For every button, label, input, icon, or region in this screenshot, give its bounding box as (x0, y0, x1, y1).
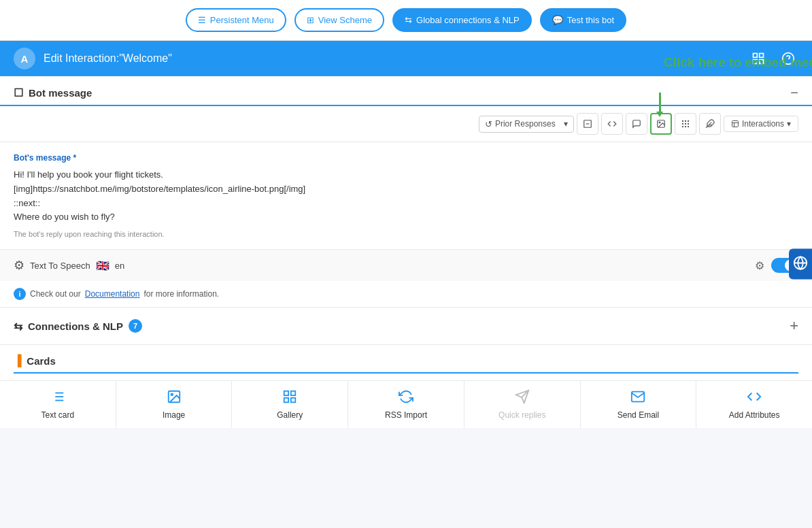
chevron-down-icon: ▾ (564, 119, 568, 129)
svg-rect-34 (284, 398, 288, 402)
bot-message-hint: The bot's reply upon reaching this inter… (14, 230, 798, 238)
text-card-item[interactable]: Text card (0, 381, 116, 428)
persistent-menu-btn[interactable]: ☰ Persistent Menu (186, 8, 286, 32)
send-email-icon (630, 389, 645, 408)
add-connection-btn[interactable]: + (790, 317, 798, 335)
svg-point-16 (682, 127, 683, 127)
global-connections-btn[interactable]: ⇆ Global connections & NLP (392, 8, 532, 32)
header-right (748, 48, 798, 69)
svg-point-14 (685, 123, 686, 124)
quick-replies-label: Quick replies (498, 410, 545, 420)
comment-btn[interactable] (626, 113, 647, 135)
tts-settings-icon[interactable]: ⚙ (755, 259, 764, 272)
svg-point-18 (688, 127, 688, 127)
persistent-menu-label: Persistent Menu (210, 15, 274, 25)
text-card-label: Text card (41, 410, 75, 420)
embed-media-btn[interactable] (650, 113, 672, 135)
svg-rect-2 (754, 60, 758, 64)
grid-options-btn[interactable] (675, 113, 696, 135)
rss-icon (399, 389, 413, 408)
cards-section: ▐ Cards (0, 345, 812, 380)
svg-rect-35 (291, 398, 295, 402)
bottom-cards-toolbar: Text card Image Gallery RSS Import Quick (0, 380, 812, 428)
rss-import-label: RSS Import (385, 410, 427, 420)
help-icon-btn[interactable] (778, 48, 798, 69)
svg-rect-21 (732, 121, 738, 127)
bot-message-close-btn[interactable]: − (790, 86, 798, 105)
top-toolbar: ☰ Persistent Menu ⊞ View Scheme ⇆ Global… (0, 0, 812, 41)
view-scheme-btn[interactable]: ⊞ View Scheme (294, 8, 384, 32)
doc-info-text: Check out our (30, 289, 81, 299)
tts-row: ⚙ Text To Speech 🇬🇧 en ⚙ (0, 250, 812, 281)
image-icon (167, 389, 182, 408)
send-email-item[interactable]: Send Email (581, 381, 697, 428)
tts-gear-icon: ⚙ (14, 258, 24, 273)
svg-rect-33 (291, 391, 295, 395)
tts-label: Text To Speech (30, 261, 90, 271)
chevron-down-icon2: ▾ (787, 119, 791, 129)
bot-message-text[interactable]: Hi! I'll help you book your flight ticke… (14, 168, 798, 225)
connections-count-badge: 7 (129, 319, 142, 333)
main-content: ☐ Bot message − ↺ Prior Responses ▾ Clic (0, 76, 812, 428)
gallery-label: Gallery (277, 410, 303, 420)
add-attributes-icon (747, 389, 762, 408)
grid-icon: ⊞ (307, 15, 314, 25)
svg-point-17 (685, 127, 686, 127)
quick-replies-item: Quick replies (464, 381, 581, 428)
tts-left: ⚙ Text To Speech 🇬🇧 en (14, 258, 124, 273)
svg-rect-0 (754, 54, 758, 58)
doc-info-after: for more information. (143, 289, 219, 299)
rss-import-item[interactable]: RSS Import (348, 381, 464, 428)
doc-info-row: i Check out our Documentation for more i… (0, 281, 812, 308)
svg-rect-3 (760, 60, 764, 64)
interactions-btn[interactable]: Interactions ▾ (724, 116, 798, 132)
image-item[interactable]: Image (116, 381, 233, 428)
message-icon: ☐ (14, 86, 23, 99)
bot-message-title: ☐ Bot message (14, 86, 92, 105)
chat-icon: 💬 (552, 15, 563, 25)
link-connections-icon: ⇆ (14, 320, 22, 333)
test-bot-label: Test this bot (567, 15, 614, 25)
svg-rect-1 (760, 54, 764, 58)
view-scheme-label: View Scheme (318, 15, 372, 25)
connections-section: ⇆ Connections & NLP 7 + (0, 308, 812, 345)
svg-point-13 (682, 123, 683, 124)
prior-responses-select[interactable]: ↺ Prior Responses ▾ (479, 116, 574, 133)
cards-icon: ▐ (14, 354, 21, 367)
global-connections-label: Global connections & NLP (416, 15, 520, 25)
minimize-btn[interactable] (577, 113, 598, 135)
bot-message-section-header: ☐ Bot message − (0, 76, 812, 106)
code-btn[interactable] (601, 113, 623, 135)
menu-icon: ☰ (198, 15, 206, 25)
media-btn-area: Click here to embed media (650, 113, 672, 135)
test-bot-btn[interactable]: 💬 Test this bot (540, 8, 626, 32)
editor-toolbar: ↺ Prior Responses ▾ Click here to embed … (0, 106, 812, 142)
layout-icon-btn[interactable] (748, 48, 768, 69)
info-icon: i (14, 288, 26, 300)
plugin-btn[interactable] (699, 113, 721, 135)
flag-uk-icon: 🇬🇧 (96, 259, 109, 272)
cards-title: ▐ Cards (14, 354, 798, 374)
gallery-icon (282, 389, 297, 408)
documentation-link[interactable]: Documentation (85, 289, 140, 299)
header-left: A Edit Interaction:"Welcome" (14, 48, 172, 69)
quick-replies-icon (515, 389, 530, 408)
header-bar: A Edit Interaction:"Welcome" (0, 41, 812, 76)
link-icon: ⇆ (405, 15, 412, 25)
globe-btn[interactable] (789, 249, 812, 280)
add-attributes-label: Add Attributes (729, 410, 780, 420)
gallery-item[interactable]: Gallery (232, 381, 348, 428)
svg-point-11 (685, 120, 686, 121)
svg-point-9 (659, 122, 660, 123)
image-label: Image (163, 410, 185, 420)
restore-icon: ↺ (485, 119, 492, 129)
svg-point-15 (688, 123, 688, 124)
text-card-icon (50, 389, 65, 408)
tts-lang: en (115, 261, 124, 271)
add-attributes-item[interactable]: Add Attributes (696, 381, 812, 428)
connections-title: ⇆ Connections & NLP 7 (14, 319, 142, 333)
bot-message-area: Bot's message * Hi! I'll help you book y… (0, 142, 812, 249)
svg-point-10 (682, 120, 683, 121)
svg-rect-32 (284, 391, 288, 395)
send-email-label: Send Email (618, 410, 659, 420)
